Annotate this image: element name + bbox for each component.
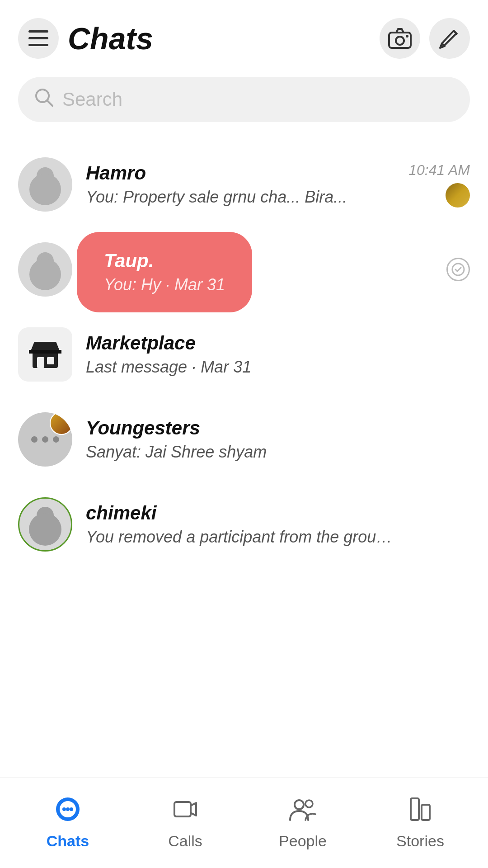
avatar-youngesters <box>18 412 72 467</box>
chats-nav-icon <box>55 797 80 828</box>
chat-meta-hamro: 10:41 AM <box>408 162 470 208</box>
dot3 <box>53 436 59 443</box>
chat-name-marketplace: Marketplace <box>86 332 470 354</box>
calls-nav-label: Calls <box>168 832 202 850</box>
chat-name-youngesters: Youngesters <box>86 417 470 439</box>
chat-preview-hamro: You: Property sale grnu cha... Bira... <box>86 188 393 207</box>
svg-rect-1 <box>28 37 48 39</box>
avatar-body-chimeki <box>29 513 61 546</box>
bottom-navigation: Chats Calls People Stor <box>0 778 488 868</box>
chat-time-hamro: 10:41 AM <box>408 162 470 179</box>
chat-preview-chimeki: You removed a participant from the group… <box>86 528 393 547</box>
svg-point-14 <box>62 807 66 811</box>
chat-item-taup[interactable]: Taup. You: Hy · Mar 31 Taup. You: Hy · M… <box>0 230 488 315</box>
chat-name-chimeki: chimeki <box>86 502 470 524</box>
svg-rect-9 <box>37 357 44 368</box>
compose-button[interactable] <box>429 18 470 59</box>
search-bar[interactable]: Search <box>18 77 470 122</box>
header-left: Chats <box>18 18 153 59</box>
header-right <box>380 18 470 59</box>
dots-row <box>31 436 59 443</box>
chat-item-hamro[interactable]: Hamro You: Property sale grnu cha... Bir… <box>0 145 488 230</box>
chat-item-chimeki[interactable]: chimeki You removed a participant from t… <box>0 485 488 564</box>
svg-rect-2 <box>28 44 48 46</box>
svg-point-4 <box>396 37 404 45</box>
svg-rect-11 <box>29 350 61 354</box>
chat-info-youngesters: Youngesters Sanyat: Jai Shree shyam <box>86 417 470 462</box>
svg-rect-0 <box>28 30 48 33</box>
svg-rect-21 <box>422 805 430 820</box>
message-status-icon <box>446 258 470 281</box>
stories-nav-icon <box>409 797 432 828</box>
search-icon <box>34 88 53 111</box>
swipe-action-overlay: Taup. You: Hy · Mar 31 <box>77 232 252 312</box>
nav-item-chats[interactable]: Chats <box>9 797 127 850</box>
svg-rect-17 <box>174 802 191 816</box>
svg-point-19 <box>305 800 313 807</box>
search-placeholder: Search <box>62 89 122 110</box>
avatar-chimeki <box>18 497 72 552</box>
dot1 <box>31 436 38 443</box>
svg-rect-10 <box>47 357 54 364</box>
svg-point-15 <box>66 807 70 811</box>
svg-point-16 <box>70 807 73 811</box>
camera-button[interactable] <box>380 18 420 59</box>
avatar-marketplace <box>18 327 72 382</box>
people-nav-icon <box>289 797 316 828</box>
calls-nav-icon <box>173 797 198 828</box>
dot2 <box>42 436 48 443</box>
avatar-body-taup <box>29 259 61 290</box>
avatar-taup <box>18 242 72 297</box>
chat-info-chimeki: chimeki You removed a participant from t… <box>86 502 470 547</box>
chat-name-hamro: Hamro <box>86 162 408 184</box>
chat-meta-taup <box>446 258 470 281</box>
svg-point-18 <box>295 800 304 809</box>
festive-badge <box>50 412 72 435</box>
store-icon <box>29 338 61 371</box>
people-nav-label: People <box>279 832 327 850</box>
menu-button[interactable] <box>18 18 59 59</box>
group-thumbnail-hamro <box>446 183 470 208</box>
check-circle-icon <box>451 263 465 276</box>
svg-rect-20 <box>411 798 419 820</box>
chats-nav-label: Chats <box>47 832 89 850</box>
header: Chats <box>0 0 488 68</box>
nav-item-people[interactable]: People <box>244 797 361 850</box>
chat-info-marketplace: Marketplace Last message · Mar 31 <box>86 332 470 377</box>
nav-item-stories[interactable]: Stories <box>361 797 479 850</box>
compose-icon <box>439 28 460 49</box>
chat-info-hamro: Hamro You: Property sale grnu cha... Bir… <box>86 162 408 207</box>
search-container: Search <box>0 68 488 136</box>
chat-list: Hamro You: Property sale grnu cha... Bir… <box>0 136 488 573</box>
swipe-name: Taup. <box>104 250 225 272</box>
chat-preview-youngesters: Sanyat: Jai Shree shyam <box>86 443 393 462</box>
camera-icon <box>388 28 412 49</box>
avatar-body <box>29 174 61 205</box>
menu-icon <box>28 30 48 47</box>
svg-point-5 <box>406 35 408 38</box>
chat-item-marketplace[interactable]: Marketplace Last message · Mar 31 <box>0 315 488 400</box>
page-title: Chats <box>68 21 153 56</box>
chat-item-youngesters[interactable]: Youngesters Sanyat: Jai Shree shyam <box>0 400 488 485</box>
swipe-preview: You: Hy · Mar 31 <box>104 275 225 294</box>
stories-nav-label: Stories <box>396 832 444 850</box>
chat-preview-marketplace: Last message · Mar 31 <box>86 358 393 377</box>
avatar-hamro <box>18 157 72 212</box>
nav-item-calls[interactable]: Calls <box>127 797 244 850</box>
